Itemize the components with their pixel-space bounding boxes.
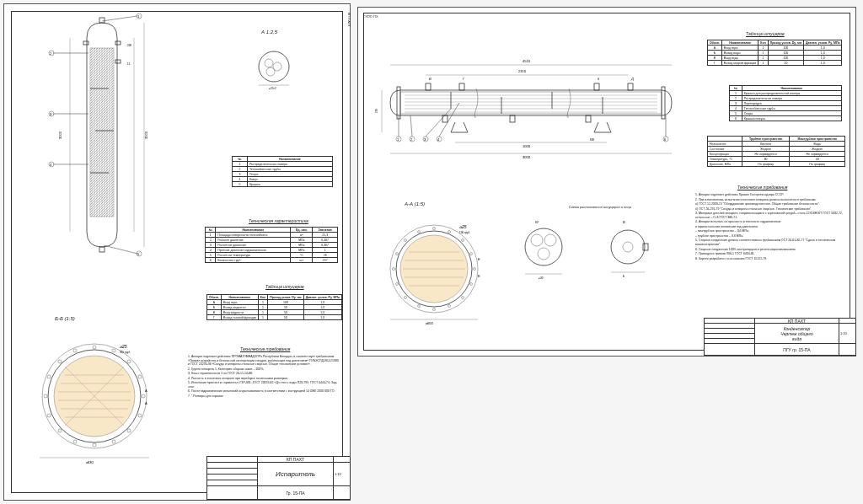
svg-text:60°: 60° <box>535 221 539 224</box>
svg-text:3: 3 <box>50 112 52 116</box>
nozzle-table-left: Обозн.НаименованиеКолПроход услов. Dу, м… <box>206 294 342 320</box>
svg-point-56 <box>127 429 131 432</box>
svg-point-53 <box>58 360 62 363</box>
svg-point-162 <box>538 248 549 260</box>
svg-point-132 <box>433 228 436 230</box>
svg-text:6: 6 <box>664 137 667 142</box>
svg-text:4: 4 <box>50 163 52 167</box>
svg-text:⌀25: ⌀25 <box>120 344 127 349</box>
svg-point-166 <box>611 230 645 264</box>
requirements-left: 1. Аппарат подлежит действию ПРОМАТОМНАД… <box>188 355 340 399</box>
drawing-name: Конденсатор Чертеж общего вида <box>755 324 839 344</box>
svg-point-60 <box>112 440 115 443</box>
svg-rect-96 <box>586 115 591 122</box>
svg-text:3000: 3000 <box>58 131 62 139</box>
svg-point-49 <box>93 346 96 349</box>
svg-point-134 <box>393 268 395 271</box>
svg-text:196 труб.: 196 труб. <box>459 231 470 234</box>
nozzle-title-left: Таблица штуцеров <box>265 284 304 289</box>
svg-point-135 <box>474 268 476 271</box>
svg-text:⌀25: ⌀25 <box>459 224 467 229</box>
group: Гр. 15-ПА <box>258 486 334 500</box>
svg-point-147 <box>470 283 473 286</box>
svg-point-59 <box>73 440 77 443</box>
svg-text:Е: Е <box>478 274 480 278</box>
svg-point-43 <box>266 67 275 76</box>
svg-rect-97 <box>397 87 400 119</box>
group: ПГУ гр. 15-ПА <box>755 344 839 356</box>
svg-text:⌀630: ⌀630 <box>86 460 94 464</box>
svg-text:⌀30: ⌀30 <box>539 276 544 280</box>
svg-line-125 <box>439 103 459 137</box>
nozzle-table-right: Обозн.НаименованиеКолПроход услов. Dу, м… <box>707 40 842 66</box>
svg-point-138 <box>405 297 407 299</box>
scheme-label: Схема расположения штуцеров и опор <box>569 205 631 209</box>
svg-point-58 <box>112 349 115 352</box>
svg-point-50 <box>93 443 96 447</box>
svg-text:4510: 4510 <box>523 59 531 63</box>
svg-text:⌀600: ⌀600 <box>426 321 433 325</box>
svg-point-51 <box>44 394 47 398</box>
svg-text:3: 3 <box>424 137 426 142</box>
svg-point-137 <box>462 239 464 242</box>
svg-text:200: 200 <box>127 44 131 47</box>
svg-text:4: 4 <box>437 137 440 142</box>
svg-text:⌀25×2: ⌀25×2 <box>269 87 276 90</box>
drawing-nozzle-scheme: 60° ⌀30 В Б <box>510 213 678 289</box>
svg-text:В: В <box>429 77 432 81</box>
svg-text:5: 5 <box>137 252 140 256</box>
drawing-horizontal-vessel: 4510 2310 1000 3000 600 270 ВГ 5Д 1 2 3 … <box>375 48 695 174</box>
svg-text:Е: Е <box>478 257 480 261</box>
tech-char-title: Техническая характеристика <box>249 218 308 223</box>
svg-line-119 <box>410 115 412 137</box>
view-bb-label: Б-Б (1:5) <box>55 316 75 321</box>
svg-text:2: 2 <box>50 51 52 56</box>
svg-point-40 <box>259 51 289 82</box>
drawing-section-bb: ⌀25 301 труб. ⌀630 А А <box>23 324 166 468</box>
svg-rect-4 <box>115 60 121 63</box>
svg-rect-98 <box>662 87 665 119</box>
svg-line-21 <box>102 16 137 21</box>
svg-point-160 <box>531 234 543 246</box>
svg-rect-3 <box>115 41 121 45</box>
svg-point-62 <box>47 414 51 417</box>
svg-point-140 <box>418 231 421 233</box>
svg-point-144 <box>396 253 399 255</box>
svg-text:А: А <box>145 389 147 393</box>
sheet-condenser: ГХОО ПХ 4510 2310 1000 3000 600 270 ВГ 5… <box>357 7 856 357</box>
corner-tag-right: ГХОО ПХ <box>363 14 378 19</box>
svg-point-63 <box>138 375 142 378</box>
svg-text:600: 600 <box>590 138 594 142</box>
svg-text:2310: 2310 <box>518 69 527 73</box>
svg-point-139 <box>462 297 464 299</box>
svg-text:1: 1 <box>137 14 140 19</box>
svg-point-55 <box>58 429 62 432</box>
view-aa-label: А-А (1:5) <box>405 201 425 206</box>
svg-point-159 <box>525 228 562 265</box>
title-block-left: КП ПАХТ Испаритель Гр. 15-ПА 1:10 <box>206 456 350 500</box>
drawing-section-aa: ⌀25 196 труб. ⌀600 ЕЕ <box>375 210 493 328</box>
requirements-right: 1. Аппарат подлежит действию Правил Госг… <box>695 193 845 261</box>
svg-point-145 <box>396 283 399 286</box>
svg-point-64 <box>138 414 142 417</box>
svg-rect-94 <box>442 115 448 122</box>
drawing-view-a: ⌀25×2 <box>249 41 299 92</box>
svg-point-161 <box>544 234 556 246</box>
svg-text:Д: Д <box>630 77 634 81</box>
svg-rect-93 <box>628 83 633 90</box>
svg-point-141 <box>448 231 451 233</box>
svg-rect-168 <box>643 244 648 250</box>
req-title-left: Технические требования <box>240 346 290 351</box>
svg-rect-2 <box>83 41 88 45</box>
svg-text:А: А <box>145 401 147 405</box>
svg-point-142 <box>418 305 421 308</box>
svg-point-133 <box>433 308 436 311</box>
svg-point-54 <box>127 360 131 363</box>
svg-line-122 <box>426 109 451 137</box>
svg-rect-0 <box>99 18 105 23</box>
svg-text:2: 2 <box>410 137 413 142</box>
svg-text:5: 5 <box>598 77 600 81</box>
svg-text:3500: 3500 <box>144 131 148 139</box>
tech-char-table: №НаименованиеЕд. изм.Значение 1Площадь п… <box>205 227 338 263</box>
nodes-table: Трубное пространствоМежтрубное пространс… <box>707 136 845 167</box>
